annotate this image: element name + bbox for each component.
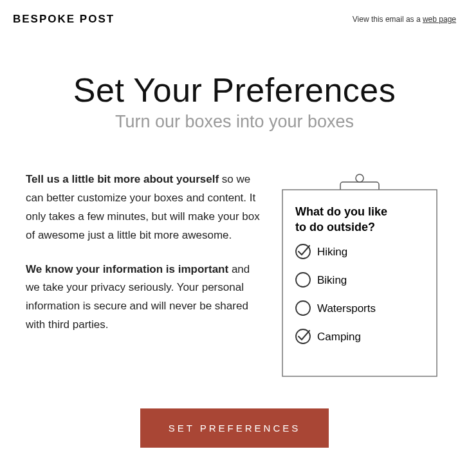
option-label: Watersports [317,302,376,315]
content-row: Tell us a little bit more about yourself… [0,151,469,396]
email-header: BESPOKE POST View this email as a web pa… [0,0,469,32]
clipboard-question-line2: to do outside? [295,221,375,233]
option-label: Hiking [317,246,347,258]
view-as-prefix: View this email as a [353,15,423,24]
option-label: Camping [317,331,361,343]
option-label: Biking [317,274,347,286]
web-page-link[interactable]: web page [423,15,456,24]
svg-point-1 [356,174,363,182]
paragraph-2: We know your information is important an… [26,261,263,335]
view-as-webpage: View this email as a web page [353,15,456,24]
clipboard-column: What do you like to do outside? Hiking B… [276,170,443,383]
set-preferences-button[interactable]: SET PREFERENCES [140,408,329,448]
page-subtitle: Turn our boxes into your boxes [13,112,456,132]
cta-section: SET PREFERENCES [0,396,469,467]
hero-section: Set Your Preferences Turn our boxes into… [0,32,469,151]
brand-logo: BESPOKE POST [13,13,115,26]
body-text-column: Tell us a little bit more about yourself… [26,170,263,383]
paragraph-1-lead: Tell us a little bit more about yourself [26,173,219,185]
clipboard-illustration: What do you like to do outside? Hiking B… [276,170,443,383]
paragraph-2-lead: We know your information is important [26,263,228,275]
page-title: Set Your Preferences [13,71,456,109]
paragraph-1: Tell us a little bit more about yourself… [26,170,263,245]
clipboard-question-line1: What do you like [295,205,387,218]
